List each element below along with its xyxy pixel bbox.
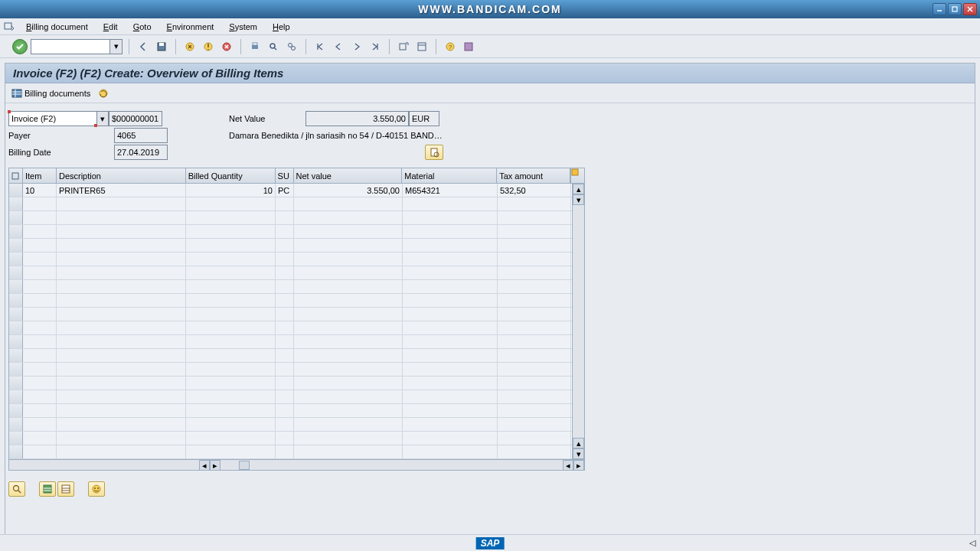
cell-net[interactable] <box>294 363 403 376</box>
cell-item[interactable] <box>23 308 57 321</box>
cell-net[interactable] <box>294 390 403 403</box>
cell-tax[interactable] <box>498 280 571 293</box>
cell-item[interactable] <box>23 280 57 293</box>
cell-item[interactable] <box>23 197 57 210</box>
cell-net[interactable] <box>294 225 403 238</box>
cell-qty[interactable] <box>186 321 276 334</box>
row-selector[interactable] <box>9 211 23 224</box>
cell-su[interactable] <box>276 253 294 266</box>
cell-item[interactable] <box>23 211 57 224</box>
cell-item[interactable] <box>23 294 57 307</box>
cell-description[interactable] <box>57 197 186 210</box>
cell-tax[interactable] <box>498 225 571 238</box>
cell-description[interactable] <box>57 211 186 224</box>
row-selector[interactable] <box>9 445 23 458</box>
deselect-all-rows-button[interactable] <box>57 481 74 497</box>
last-page-button[interactable] <box>368 39 383 54</box>
cell-su[interactable]: PC <box>276 184 294 197</box>
command-field[interactable]: ▾ <box>31 39 122 54</box>
cell-net[interactable] <box>294 321 403 334</box>
cell-description[interactable] <box>57 294 186 307</box>
row-selector[interactable] <box>9 294 23 307</box>
cancel-button[interactable] <box>201 39 216 54</box>
cell-net[interactable] <box>294 377 403 390</box>
cell-item[interactable] <box>23 390 57 403</box>
cell-material[interactable] <box>403 377 498 390</box>
customize-button[interactable] <box>461 39 476 54</box>
menu-help[interactable]: Help <box>265 20 298 34</box>
menu-edit[interactable]: Edit <box>96 20 126 34</box>
prev-page-button[interactable] <box>331 39 346 54</box>
cell-description[interactable] <box>57 418 186 431</box>
cell-material[interactable] <box>403 349 498 362</box>
cell-tax[interactable] <box>498 418 571 431</box>
row-selector[interactable] <box>9 418 23 431</box>
cell-description[interactable] <box>57 266 186 279</box>
row-selector[interactable] <box>9 266 23 279</box>
cell-item[interactable]: 10 <box>23 184 57 197</box>
cell-material[interactable] <box>403 280 498 293</box>
row-selector[interactable] <box>9 225 23 238</box>
cell-material[interactable] <box>403 308 498 321</box>
cell-description[interactable] <box>57 404 186 417</box>
table-row[interactable] <box>9 404 584 418</box>
row-selector[interactable] <box>9 280 23 293</box>
print-button[interactable] <box>247 39 263 54</box>
cell-net[interactable] <box>294 445 403 458</box>
condition-button[interactable] <box>88 481 105 497</box>
cell-su[interactable] <box>276 197 294 210</box>
table-row[interactable] <box>9 225 584 239</box>
cell-qty[interactable] <box>186 253 276 266</box>
table-row[interactable] <box>9 377 584 390</box>
cell-net[interactable] <box>294 349 403 362</box>
cell-description[interactable] <box>57 349 186 362</box>
cell-su[interactable] <box>276 363 294 376</box>
table-row[interactable] <box>9 308 584 321</box>
find-next-button[interactable] <box>284 39 299 54</box>
cell-description[interactable]: PRINTER65 <box>57 184 186 197</box>
cell-description[interactable] <box>57 280 186 293</box>
cell-item[interactable] <box>23 239 57 252</box>
cell-item[interactable] <box>23 321 57 334</box>
cell-net[interactable] <box>294 211 403 224</box>
cell-qty[interactable] <box>186 211 276 224</box>
cell-net[interactable] <box>294 239 403 252</box>
cell-description[interactable] <box>57 321 186 334</box>
cell-qty[interactable] <box>186 308 276 321</box>
detail-button[interactable] <box>8 481 25 497</box>
cell-description[interactable] <box>57 253 186 266</box>
scroll-up2-icon[interactable]: ▴ <box>573 438 584 448</box>
table-row[interactable] <box>9 335 584 349</box>
table-row[interactable] <box>9 239 584 253</box>
billing-type-combo[interactable]: Invoice (F2) ▾ <box>8 111 109 126</box>
table-row[interactable] <box>9 390 584 404</box>
hscroll-right2-icon[interactable]: ▸ <box>573 460 584 471</box>
table-row[interactable] <box>9 432 584 445</box>
cell-tax[interactable] <box>498 266 571 279</box>
back-button[interactable] <box>136 39 151 54</box>
table-row[interactable] <box>9 363 584 377</box>
maximize-button[interactable] <box>948 3 962 15</box>
cell-net[interactable] <box>294 418 403 431</box>
menu-environment[interactable]: Environment <box>159 20 222 34</box>
save-button[interactable] <box>154 39 169 54</box>
row-selector[interactable] <box>9 363 23 376</box>
menu-goto[interactable]: Goto <box>126 20 159 34</box>
cell-net[interactable] <box>294 432 403 445</box>
cell-tax[interactable] <box>498 445 571 458</box>
menu-system[interactable]: System <box>221 20 265 34</box>
first-page-button[interactable] <box>312 39 328 54</box>
hscroll-thumb[interactable] <box>239 461 250 470</box>
row-selector[interactable] <box>9 239 23 252</box>
cell-net[interactable] <box>294 335 403 348</box>
menu-billing-document[interactable]: Billing document <box>18 20 96 34</box>
new-session-button[interactable] <box>396 39 411 54</box>
table-row[interactable] <box>9 197 584 211</box>
cell-su[interactable] <box>276 349 294 362</box>
cell-tax[interactable] <box>498 294 571 307</box>
row-selector[interactable] <box>9 349 23 362</box>
cell-tax[interactable] <box>498 211 571 224</box>
table-row[interactable] <box>9 445 584 459</box>
col-header-tax[interactable]: Tax amount <box>497 168 570 183</box>
help-button[interactable]: ? <box>443 39 458 54</box>
